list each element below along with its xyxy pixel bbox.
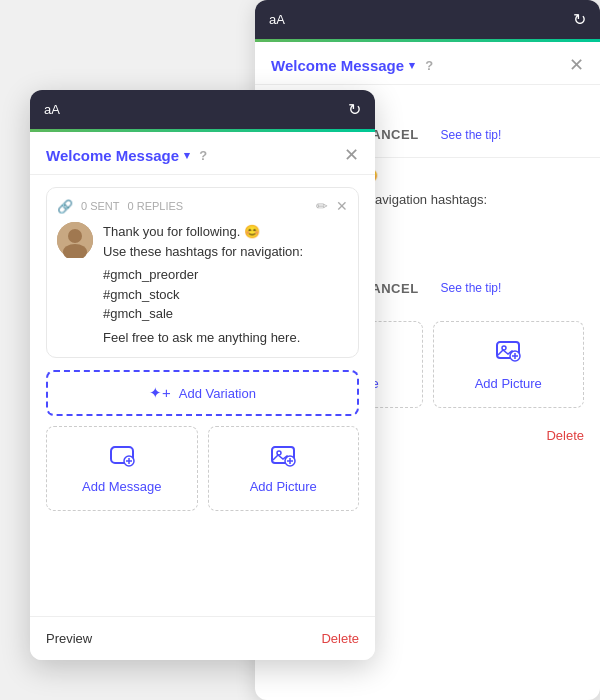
back-question-mark: ?: [425, 58, 433, 73]
front-card-meta: 🔗 0 SENT 0 REPLIES: [57, 199, 183, 214]
front-add-picture-button[interactable]: Add Picture: [208, 426, 360, 511]
front-add-picture-icon: [270, 443, 296, 473]
front-add-variation-icon: ✦+: [149, 384, 171, 402]
back-delete-label[interactable]: Delete: [546, 428, 584, 443]
back-header: Welcome Message ▾ ? ✕: [255, 42, 600, 85]
front-bottom-actions: Preview Delete: [30, 616, 375, 660]
front-top-bar: aA ↻: [30, 90, 375, 129]
back-chevron-icon[interactable]: ▾: [409, 59, 415, 72]
front-hashtag-3: #gmch_sale: [103, 306, 173, 321]
front-add-message-icon: [109, 443, 135, 473]
front-add-variation-label: Add Variation: [179, 386, 256, 401]
front-close-icon[interactable]: ✕: [344, 144, 359, 166]
back-refresh-icon[interactable]: ↻: [573, 10, 586, 29]
front-card-header: 🔗 0 SENT 0 REPLIES ✏ ✕: [57, 198, 348, 214]
front-message-text: Thank you for following. 😊 Use these has…: [103, 222, 303, 347]
back-add-picture-button[interactable]: Add Picture: [433, 321, 585, 408]
front-link-icon: 🔗: [57, 199, 73, 214]
front-card-actions: ✏ ✕: [316, 198, 348, 214]
front-add-variation-button[interactable]: ✦+ Add Variation: [46, 370, 359, 416]
front-title: Welcome Message ▾ ?: [46, 147, 207, 164]
back-add-picture-icon: [495, 338, 521, 370]
front-panel: aA ↻ Welcome Message ▾ ? ✕ 🔗 0 SENT 0 RE…: [30, 90, 375, 660]
front-edit-icon[interactable]: ✏: [316, 198, 328, 214]
front-remove-icon[interactable]: ✕: [336, 198, 348, 214]
back-top-bar: aA ↻: [255, 0, 600, 39]
front-message-content: Thank you for following. 😊 Use these has…: [57, 222, 348, 347]
front-header: Welcome Message ▾ ? ✕: [30, 132, 375, 175]
front-avatar: [57, 222, 93, 258]
front-aa-label: aA: [44, 102, 60, 117]
front-add-buttons-row: Add Message Add Picture: [46, 426, 359, 511]
front-chevron-icon[interactable]: ▾: [184, 149, 190, 162]
front-hashtag-2: #gmch_stock: [103, 287, 180, 302]
front-add-message-label: Add Message: [82, 479, 162, 494]
back-close-icon[interactable]: ✕: [569, 54, 584, 76]
back-title: Welcome Message ▾ ?: [271, 57, 433, 74]
back-tip-link-1[interactable]: See the tip!: [441, 128, 502, 142]
front-add-picture-label: Add Picture: [250, 479, 317, 494]
front-replies-count: 0 REPLIES: [128, 200, 184, 212]
front-delete-label[interactable]: Delete: [321, 631, 359, 646]
svg-point-10: [68, 229, 82, 243]
front-question-mark: ?: [199, 148, 207, 163]
back-tip-link-2[interactable]: See the tip!: [441, 281, 502, 295]
front-hashtag-1: #gmch_preorder: [103, 267, 198, 282]
front-sent-count: 0 SENT: [81, 200, 120, 212]
back-add-picture-label: Add Picture: [475, 376, 542, 391]
back-aa-label: aA: [269, 12, 285, 27]
front-refresh-icon[interactable]: ↻: [348, 100, 361, 119]
front-preview-label[interactable]: Preview: [46, 631, 92, 646]
front-add-message-button[interactable]: Add Message: [46, 426, 198, 511]
front-message-card: 🔗 0 SENT 0 REPLIES ✏ ✕ Thank you for fol…: [46, 187, 359, 358]
